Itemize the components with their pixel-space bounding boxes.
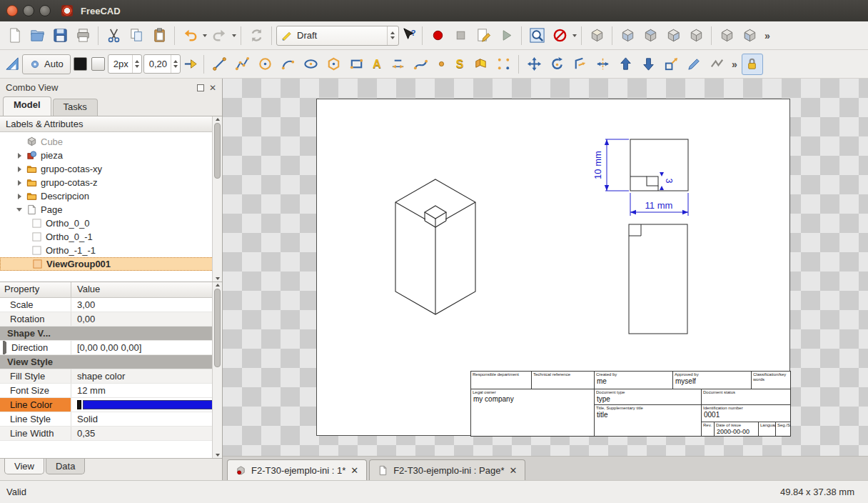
draft-move-button[interactable] (523, 54, 545, 75)
property-row-font-size[interactable]: Font Size 12 mm (0, 384, 222, 398)
draft-toolbar-overflow-button[interactable]: » (729, 59, 740, 70)
draft-ellipse-button[interactable] (300, 54, 321, 75)
view-left-button[interactable] (739, 25, 760, 46)
expander-icon[interactable] (18, 194, 21, 199)
expander-icon[interactable] (18, 153, 21, 159)
draft-line-button[interactable] (208, 54, 230, 75)
tree-item-ortho-0-0[interactable]: Ortho_0_0 (0, 216, 222, 230)
draft-text-button[interactable]: A (368, 54, 385, 75)
property-row-line-style[interactable]: Line Style Solid (0, 412, 222, 427)
combo-view-header[interactable]: Combo View ✕ (0, 79, 222, 96)
new-document-button[interactable] (4, 25, 25, 46)
draft-polygon-button[interactable] (323, 54, 344, 75)
line-color-swatch[interactable] (74, 57, 87, 71)
copy-button[interactable] (126, 25, 147, 46)
view-top-button[interactable] (640, 25, 661, 46)
tree-item-ortho--1--1[interactable]: Ortho_-1_-1 (0, 244, 222, 257)
macro-stop-button[interactable] (450, 25, 471, 46)
property-row-line-width[interactable]: Line Width 0,35 (0, 427, 222, 441)
view-rear-button[interactable] (685, 25, 707, 46)
view-front-button[interactable] (617, 25, 638, 46)
property-group-view-style[interactable]: View Style (0, 355, 222, 369)
property-row-line-color[interactable]: Line Color (0, 398, 222, 412)
draft-scale-button[interactable] (660, 54, 682, 75)
property-group-shape-view[interactable]: Shape V... (0, 327, 222, 341)
view-bottom-button[interactable] (716, 25, 737, 46)
save-button[interactable] (49, 25, 71, 46)
font-scale-spinbox[interactable]: 0,20 (143, 54, 181, 74)
draft-rectangle-button[interactable] (345, 54, 367, 75)
toolbar-overflow-button[interactable]: » (762, 30, 773, 41)
redo-button[interactable] (208, 25, 230, 46)
property-row-scale[interactable]: Scale 3,00 (0, 298, 222, 312)
property-column-header[interactable]: Property (0, 282, 71, 297)
draft-arc-button[interactable] (277, 54, 298, 75)
expander-icon[interactable] (18, 180, 21, 186)
draft-offset-button[interactable] (569, 54, 590, 75)
whats-this-button[interactable]: ? (400, 25, 418, 46)
document-tab-3d[interactable]: F2-T30-ejemplo-ini : 1* ✕ (227, 459, 367, 480)
fit-all-button[interactable] (526, 25, 547, 46)
draw-style-caret[interactable] (572, 34, 577, 37)
tab-tasks[interactable]: Tasks (53, 99, 98, 116)
undo-button[interactable] (179, 25, 201, 46)
macro-edit-button[interactable] (473, 25, 494, 46)
face-color-swatch[interactable] (91, 57, 105, 71)
undo-history-caret[interactable] (203, 34, 207, 37)
tree-scrollbar[interactable] (212, 116, 222, 282)
tree-column-header[interactable]: Labels & Attributes (0, 116, 222, 132)
property-row-rotation[interactable]: Rotation 0,00 (0, 312, 222, 327)
workbench-spin[interactable] (387, 26, 395, 45)
panel-float-button[interactable] (197, 84, 204, 91)
expander-icon[interactable] (3, 341, 6, 354)
workbench-selector[interactable]: Draft (276, 26, 399, 46)
view-right-button[interactable] (662, 25, 684, 46)
tree-item-ortho-0--1[interactable]: Ortho_0_-1 (0, 230, 222, 244)
property-row-direction[interactable]: Direction [0,00 0,00 0,00] (0, 341, 222, 355)
tree-item-pieza[interactable]: pieza (0, 149, 222, 162)
open-button[interactable] (26, 25, 48, 46)
draft-rotate-button[interactable] (546, 54, 567, 75)
draft-upgrade-button[interactable] (615, 54, 636, 75)
tree-item-page[interactable]: Page (0, 203, 222, 216)
view-axonometric-button[interactable] (586, 25, 607, 46)
expander-icon[interactable] (16, 208, 22, 211)
maximize-button[interactable] (39, 5, 51, 16)
tab-data[interactable]: Data (46, 459, 85, 474)
draft-stretch-button[interactable] (706, 54, 727, 75)
panel-close-button[interactable]: ✕ (209, 84, 216, 92)
minimize-button[interactable] (23, 5, 34, 16)
draft-downgrade-button[interactable] (637, 54, 659, 75)
apply-style-button[interactable] (182, 54, 199, 75)
draft-bspline-button[interactable] (410, 54, 431, 75)
autogroup-button[interactable]: Auto (22, 54, 71, 74)
tree-item-descripcion[interactable]: Descripcion (0, 189, 222, 203)
property-row-fill-style[interactable]: Fill Style shape color (0, 369, 222, 384)
tab-close-icon[interactable]: ✕ (509, 465, 517, 476)
cut-button[interactable] (103, 25, 124, 46)
draft-trimex-button[interactable] (592, 54, 613, 75)
value-column-header[interactable]: Value (71, 282, 222, 297)
tab-close-icon[interactable]: ✕ (350, 465, 358, 476)
draft-point-button[interactable] (433, 54, 450, 75)
property-scrollbar[interactable] (212, 282, 222, 458)
tree-item-viewgroup001[interactable]: ViewGroup001 (0, 257, 222, 271)
macro-record-button[interactable] (427, 25, 448, 46)
tab-view[interactable]: View (4, 459, 44, 474)
tree-item-grupo-cotas-xy[interactable]: grupo-cotas-xy (0, 162, 222, 176)
construction-mode-button[interactable] (4, 54, 21, 75)
macro-execute-button[interactable] (495, 25, 517, 46)
line-width-spinbox[interactable]: 2px (108, 54, 142, 74)
draft-wire-button[interactable] (231, 54, 253, 75)
draft-circle-button[interactable] (254, 54, 276, 75)
draft-pointarray-button[interactable] (493, 54, 514, 75)
draft-edit-button[interactable] (683, 54, 705, 75)
toggle-grid-lock-button[interactable] (742, 54, 763, 75)
paste-button[interactable] (148, 25, 170, 46)
draw-style-button[interactable] (549, 25, 570, 46)
draft-dimension-button[interactable] (387, 54, 408, 75)
draft-facebinder-button[interactable] (470, 54, 491, 75)
tree-item-grupo-cotas-z[interactable]: grupo-cotas-z (0, 176, 222, 189)
document-tab-page[interactable]: F2-T30-ejemplo-ini : Page* ✕ (369, 459, 525, 480)
tree-item-cube[interactable]: Cube (0, 135, 222, 149)
